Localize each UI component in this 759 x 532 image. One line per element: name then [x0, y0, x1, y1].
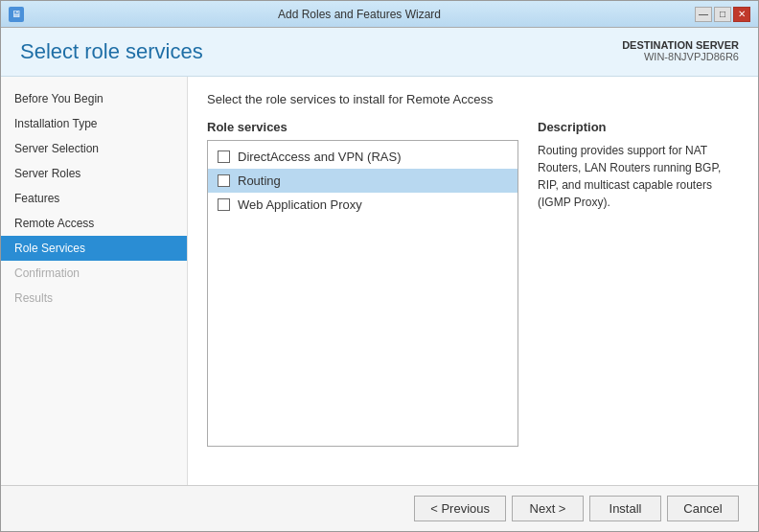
description-header: Description [538, 120, 739, 134]
directaccess-label: DirectAccess and VPN (RAS) [238, 150, 402, 164]
cancel-button[interactable]: Cancel [667, 496, 739, 521]
web-app-proxy-checkbox[interactable] [218, 198, 230, 211]
routing-checkbox[interactable] [218, 174, 230, 187]
content-area: Before You Begin Installation Type Serve… [1, 77, 758, 485]
description-panel: Description Routing provides support for… [538, 120, 739, 447]
two-column-layout: Role services DirectAccess and VPN (RAS)… [207, 120, 739, 447]
sidebar-item-before-you-begin[interactable]: Before You Begin [1, 86, 187, 111]
close-button[interactable]: ✕ [733, 7, 750, 22]
window-icon: 🖥 [9, 7, 24, 22]
sidebar-item-remote-access[interactable]: Remote Access [1, 211, 187, 236]
instruction-text: Select the role services to install for … [207, 92, 739, 106]
role-services-panel: Role services DirectAccess and VPN (RAS)… [207, 120, 518, 447]
web-app-proxy-label: Web Application Proxy [238, 197, 362, 212]
page-header: Select role services DESTINATION SERVER … [1, 28, 758, 77]
sidebar-item-role-services[interactable]: Role Services [1, 236, 187, 261]
directaccess-checkbox[interactable] [218, 150, 230, 163]
destination-server-name: WIN-8NJVPJD86R6 [622, 51, 739, 62]
sidebar-item-server-selection[interactable]: Server Selection [1, 136, 187, 161]
title-bar: 🖥 Add Roles and Features Wizard — □ ✕ [1, 1, 758, 28]
title-bar-controls: — □ ✕ [695, 7, 750, 22]
sidebar-item-installation-type[interactable]: Installation Type [1, 111, 187, 136]
sidebar-item-features[interactable]: Features [1, 186, 187, 211]
sidebar-item-results: Results [1, 286, 187, 311]
role-services-header: Role services [207, 120, 518, 134]
next-button[interactable]: Next > [512, 496, 584, 521]
window-icon-glyph: 🖥 [12, 9, 21, 19]
minimize-button[interactable]: — [695, 7, 712, 22]
main-content: Select the role services to install for … [188, 77, 758, 485]
service-item-web-app-proxy[interactable]: Web Application Proxy [208, 193, 518, 217]
destination-label: DESTINATION SERVER [622, 39, 739, 51]
install-button[interactable]: Install [589, 496, 661, 521]
destination-server-info: DESTINATION SERVER WIN-8NJVPJD86R6 [622, 39, 739, 62]
service-item-directaccess[interactable]: DirectAccess and VPN (RAS) [208, 145, 518, 169]
maximize-button[interactable]: □ [714, 7, 731, 22]
services-list: DirectAccess and VPN (RAS) Routing Web A… [207, 140, 518, 447]
service-item-routing[interactable]: Routing [208, 169, 518, 193]
page-title: Select role services [20, 39, 203, 64]
window-title: Add Roles and Features Wizard [24, 8, 695, 21]
sidebar-item-confirmation: Confirmation [1, 261, 187, 286]
sidebar-item-server-roles[interactable]: Server Roles [1, 161, 187, 186]
description-text: Routing provides support for NAT Routers… [538, 142, 739, 211]
footer: < Previous Next > Install Cancel [1, 485, 758, 531]
sidebar: Before You Begin Installation Type Serve… [1, 77, 188, 485]
routing-label: Routing [238, 173, 281, 188]
previous-button[interactable]: < Previous [414, 496, 506, 521]
wizard-window: 🖥 Add Roles and Features Wizard — □ ✕ Se… [0, 0, 759, 532]
